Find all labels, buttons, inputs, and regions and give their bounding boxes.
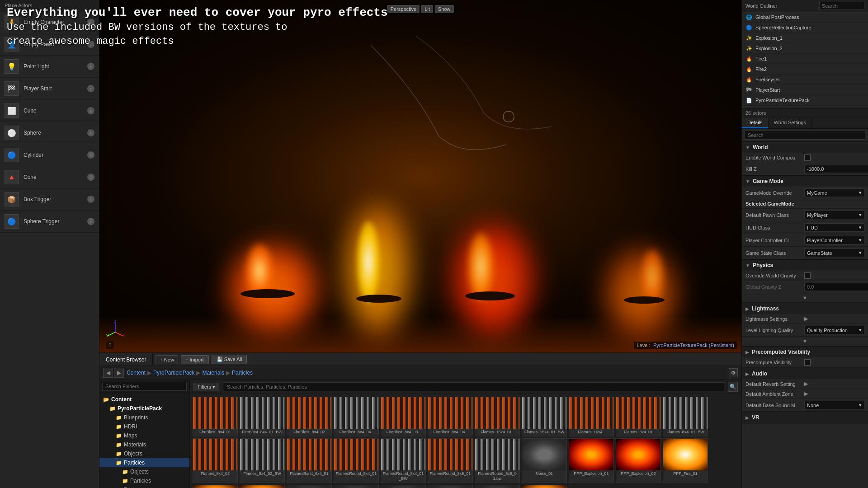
game-mode-section-header[interactable]: ▼ Game Mode xyxy=(742,176,868,187)
asset-thumb-5[interactable]: FireBlast_8x4_04_ xyxy=(428,397,473,436)
tree-item-1[interactable]: 📁PyroParticlePack xyxy=(99,404,189,413)
player-controller-dropdown[interactable]: PlayerController ▾ xyxy=(804,236,864,244)
asset-thumb-27[interactable]: PPP_Particle_01_Smoke_04_Add xyxy=(428,485,473,488)
asset-thumb-6[interactable]: Flames_16x4_01_ xyxy=(475,397,520,436)
breadcrumb-item-2[interactable]: Materials xyxy=(202,370,224,376)
content-browser-tab[interactable]: Content Browser xyxy=(99,353,153,366)
actor-item-cylinder[interactable]: 🔵 Cylinder i xyxy=(0,144,99,166)
default-ambient-btn[interactable]: ▶ xyxy=(804,391,808,397)
vp-lit-btn[interactable]: Lit xyxy=(421,5,433,13)
tree-item-10[interactable]: 📁Textures xyxy=(99,485,189,488)
asset-thumb-3[interactable]: FireBlast_8x4_04_ xyxy=(334,397,379,436)
save-all-button[interactable]: 💾 Save All xyxy=(212,355,247,364)
asset-thumb-15[interactable]: FlamesRound_8x4_01_BW xyxy=(381,438,426,483)
level-lighting-quality-dropdown[interactable]: Quality Production ▾ xyxy=(804,326,864,334)
asset-thumb-26[interactable]: PPP_Particle_01_Smoke_03_Add xyxy=(381,485,426,488)
tree-item-0[interactable]: 📂Content xyxy=(99,395,189,404)
game-state-dropdown[interactable]: GameState ▾ xyxy=(804,249,864,257)
details-search-input[interactable] xyxy=(745,131,865,140)
tree-item-4[interactable]: 📁Maps xyxy=(99,431,189,440)
details-tab[interactable]: Details xyxy=(742,117,769,128)
outliner-item-1[interactable]: 🔵 SphereReflectionCapture xyxy=(742,23,868,33)
vp-show-btn[interactable]: Show xyxy=(435,5,454,13)
actor-item-empty-character[interactable]: 🧍 Empty Character i xyxy=(0,11,99,33)
global-gravity-input[interactable] xyxy=(804,283,868,291)
asset-search-btn[interactable]: 🔍 xyxy=(728,382,738,392)
asset-thumb-10[interactable]: Flames_8x4_01_BW xyxy=(663,397,708,436)
asset-thumb-28[interactable]: PPP_Particle_01_Smoke_2A_Add xyxy=(475,485,520,488)
outliner-item-4[interactable]: 🔥 Fire1 xyxy=(742,54,868,64)
actor-item-player-start[interactable]: 🏁 Player Start i xyxy=(0,78,99,100)
asset-search-input[interactable] xyxy=(223,382,724,391)
default-pawn-dropdown[interactable]: MyPlayer ▾ xyxy=(804,211,864,219)
outliner-search[interactable] xyxy=(819,2,864,10)
actor-info-point-light[interactable]: i xyxy=(87,63,94,70)
asset-thumb-17[interactable]: FlamesRound_8x8_01.bw xyxy=(475,438,520,483)
import-button[interactable]: ↑ Import xyxy=(181,355,209,364)
asset-thumb-18[interactable]: Noise_01 xyxy=(522,438,567,483)
world-section-header[interactable]: ▼ World xyxy=(742,142,868,153)
asset-thumb-23[interactable]: PPP_FlameJet_01 xyxy=(240,485,285,488)
default-sound-mix-dropdown[interactable]: None ▾ xyxy=(804,401,864,409)
lightmass-settings-btn[interactable]: ▶ xyxy=(804,316,808,322)
actor-item-empty-pawn[interactable]: 👤 Empty Pawn i xyxy=(0,33,99,56)
asset-thumb-24[interactable]: PPP_Particle_01_Smoke_01_Add xyxy=(287,485,332,488)
asset-thumb-12[interactable]: Flames_8x4_02_BW xyxy=(240,438,285,483)
actor-info-sphere[interactable]: i xyxy=(87,129,94,136)
outliner-item-0[interactable]: 🌐 Global PostProcess xyxy=(742,12,868,23)
viewport[interactable]: Perspective Lit Show X Y Z ? Level: Pyro… xyxy=(99,0,741,352)
asset-thumb-16[interactable]: FlamesRound_8x8_01 xyxy=(428,438,473,483)
asset-thumb-13[interactable]: FlamesBurst_8x4_01 xyxy=(287,438,332,483)
tree-item-9[interactable]: 📁Particles xyxy=(99,476,189,485)
tree-item-8[interactable]: 📁Objects xyxy=(99,467,189,476)
actor-item-sphere-trigger[interactable]: 🔵 Sphere Trigger i xyxy=(0,211,99,233)
outliner-item-7[interactable]: 🏁 PlayerStart xyxy=(742,85,868,95)
precompute-visibility-checkbox[interactable] xyxy=(804,359,811,366)
vp-perspective-btn[interactable]: Perspective xyxy=(387,5,420,13)
lightmass-more-btn[interactable]: ▼ xyxy=(745,338,864,344)
asset-thumb-14[interactable]: FlamesRound_8x4_01 xyxy=(334,438,379,483)
asset-thumb-22[interactable]: PPP_Fire_02 xyxy=(193,485,238,488)
actor-info-player-start[interactable]: i xyxy=(87,85,94,92)
asset-thumb-19[interactable]: PPP_Explosion_01 xyxy=(569,438,614,483)
default-reverb-btn[interactable]: ▶ xyxy=(804,381,808,387)
outliner-item-3[interactable]: ✨ Explosion_2 xyxy=(742,43,868,54)
outliner-item-8[interactable]: 📄 PyroParticleTexturePack xyxy=(742,95,868,106)
actor-info-cube[interactable]: i xyxy=(87,107,94,114)
actor-info-cylinder[interactable]: i xyxy=(87,151,94,159)
outliner-item-6[interactable]: 🔥 FireGeyser xyxy=(742,75,868,85)
new-button[interactable]: + New xyxy=(156,355,178,364)
enable-world-compos-checkbox[interactable] xyxy=(804,155,811,161)
asset-thumb-21[interactable]: PPP_Fire_01 xyxy=(663,438,708,483)
tree-item-7[interactable]: 📁Particles xyxy=(99,458,189,467)
override-gravity-checkbox[interactable] xyxy=(804,272,811,279)
breadcrumb-item-1[interactable]: PyroParticlePack xyxy=(153,370,194,376)
asset-thumb-1[interactable]: FireBlast_8x4_01_BW xyxy=(240,397,285,436)
asset-thumb-29[interactable]: PPP_Particle_01_Blast_01_Add xyxy=(522,485,567,488)
hud-class-dropdown[interactable]: HUD ▾ xyxy=(804,223,864,232)
asset-thumb-20[interactable]: PPP_Explosion_02 xyxy=(616,438,661,483)
actor-info-sphere-trigger[interactable]: i xyxy=(87,218,94,225)
filters-button[interactable]: Filters ▾ xyxy=(193,383,219,391)
lightmass-section-header[interactable]: ▶ Lightmass xyxy=(742,303,868,314)
asset-thumb-9[interactable]: Flames_8x4_01 xyxy=(616,397,661,436)
world-settings-tab[interactable]: World Settings xyxy=(769,117,812,128)
tree-item-5[interactable]: 📁Materials xyxy=(99,440,189,449)
actor-item-sphere[interactable]: ⚪ Sphere i xyxy=(0,122,99,144)
asset-thumb-8[interactable]: Flames_16x4_ xyxy=(569,397,614,436)
audio-section-header[interactable]: ▶ Audio xyxy=(742,368,868,379)
breadcrumb-item-0[interactable]: Content xyxy=(127,370,146,376)
asset-thumb-4[interactable]: FireBlast_8x4_03_ xyxy=(381,397,426,436)
breadcrumb-item-3[interactable]: Particles xyxy=(232,370,253,376)
actor-item-cone[interactable]: 🔺 Cone i xyxy=(0,166,99,188)
outliner-item-2[interactable]: ✨ Explosion_1 xyxy=(742,33,868,43)
nav-forward[interactable]: ▶ xyxy=(114,368,124,378)
actor-item-cube[interactable]: ⬜ Cube i xyxy=(0,100,99,122)
asset-thumb-0[interactable]: FireBlast_8x4_01 xyxy=(193,397,238,436)
physics-section-header[interactable]: ▼ Physics xyxy=(742,260,868,271)
tree-item-3[interactable]: 📁HDRI xyxy=(99,422,189,431)
actor-info-empty-character[interactable]: i xyxy=(87,19,94,26)
asset-thumb-11[interactable]: Flames_8x4_02 xyxy=(193,438,238,483)
outliner-item-5[interactable]: 🔥 Fire2 xyxy=(742,64,868,75)
asset-thumb-25[interactable]: PPP_Particle_01_Smoke_02_A xyxy=(334,485,379,488)
